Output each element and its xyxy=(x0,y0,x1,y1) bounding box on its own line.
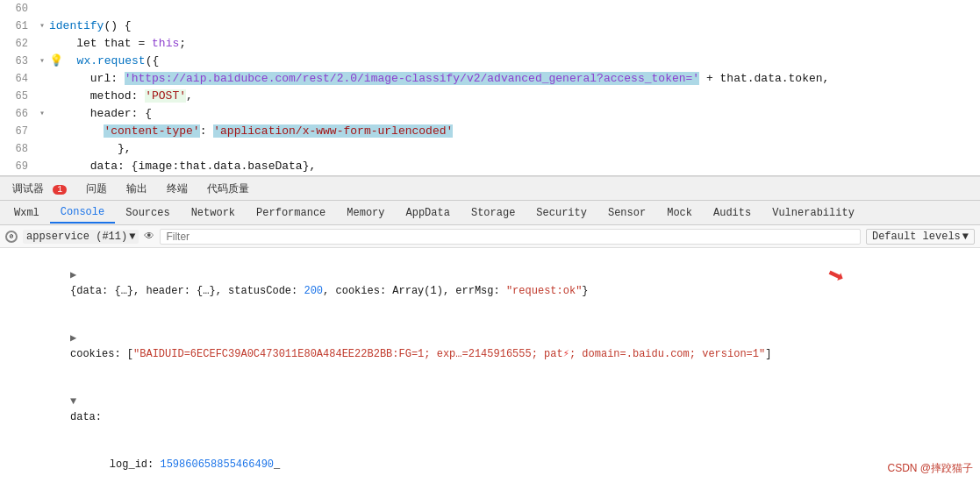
line-num-61: 61 xyxy=(4,18,35,35)
line-num-69: 69 xyxy=(4,158,35,175)
line-num-66: 66 xyxy=(4,105,35,123)
tab-performance[interactable]: Performance xyxy=(246,203,336,223)
levels-arrow-icon: ▼ xyxy=(962,231,969,243)
line-content-62: let that = this; xyxy=(49,35,976,53)
line-content-66: header: { xyxy=(49,105,976,123)
tab-sensor[interactable]: Sensor xyxy=(597,203,656,223)
line-num-65: 65 xyxy=(4,88,35,105)
console-text-4: log_id: 159860658855466490_ xyxy=(84,458,280,471)
debug-tab-bar: 调试器 1 问题 输出 终端 代码质量 xyxy=(0,176,980,201)
console-text-1: {data: {…}, header: {…}, statusCode: xyxy=(70,285,304,297)
expand-arrow-1[interactable]: ▶ xyxy=(70,269,76,281)
line-content-61: identify() { xyxy=(49,18,976,35)
code-line-62: 62 let that = this; xyxy=(0,35,980,53)
tab-sources[interactable]: Sources xyxy=(115,203,180,223)
filter-input[interactable] xyxy=(160,229,861,245)
tab-wxml[interactable]: Wxml xyxy=(4,203,50,223)
code-line-69: 69 data: {image:that.data.baseData}, xyxy=(0,158,980,175)
tab-debugger[interactable]: 调试器 1 xyxy=(4,178,75,200)
tab-terminal[interactable]: 终端 xyxy=(158,178,197,200)
code-line-60: 60 xyxy=(0,0,980,18)
line-num-67: 67 xyxy=(4,123,35,140)
line-num-64: 64 xyxy=(4,70,35,88)
context-dropdown-icon: ▼ xyxy=(129,231,135,243)
line-content-63: wx.request({ xyxy=(63,53,976,70)
code-editor: 60 61 ▾ identify() { 62 let that = this;… xyxy=(0,0,980,176)
line-content-64: url: 'https://aip.baidubce.com/rest/2.0/… xyxy=(49,70,976,88)
tab-vulnerability[interactable]: Vulnerability xyxy=(762,203,865,223)
code-line-63: 63 ▾ 💡 wx.request({ xyxy=(0,53,980,70)
line-num-63: 63 xyxy=(4,53,35,70)
devtools-tabs-container: Wxml Console Sources Network Performance… xyxy=(4,202,976,224)
expand-arrow-2[interactable]: ▶ xyxy=(70,332,76,344)
tab-issues[interactable]: 问题 xyxy=(77,178,116,200)
line-content-69: data: {image:that.data.baseData}, xyxy=(49,158,976,175)
main-container: 60 61 ▾ identify() { 62 let that = this;… xyxy=(0,0,980,483)
line-arrow-66: ▾ xyxy=(35,105,49,123)
line-content-65: method: 'POST', xyxy=(49,88,976,105)
context-selector[interactable]: appservice (#11) ▼ xyxy=(23,230,139,244)
tab-storage[interactable]: Storage xyxy=(461,203,526,223)
tab-mock[interactable]: Mock xyxy=(656,203,703,223)
warning-icon-63: 💡 xyxy=(49,53,63,70)
line-content-67: 'content-type': 'application/x-www-form-… xyxy=(49,123,976,140)
levels-dropdown[interactable]: Default levels ▼ xyxy=(866,229,975,245)
tab-audits[interactable]: Audits xyxy=(703,203,762,223)
debugger-badge: 1 xyxy=(53,185,67,195)
tab-console[interactable]: Console xyxy=(50,202,115,224)
line-num-60: 60 xyxy=(4,0,35,18)
tab-memory[interactable]: Memory xyxy=(336,203,395,223)
code-line-61: 61 ▾ identify() { xyxy=(0,18,980,35)
code-line-67: 67 'content-type': 'application/x-www-fo… xyxy=(0,123,980,140)
line-num-68: 68 xyxy=(4,140,35,158)
levels-label: Default levels xyxy=(872,231,961,243)
line-content-68: }, xyxy=(49,140,976,158)
line-arrow-61: ▾ xyxy=(35,18,49,35)
tab-appdata[interactable]: AppData xyxy=(396,203,461,223)
tab-network[interactable]: Network xyxy=(181,203,246,223)
code-line-68: 68 }, xyxy=(0,140,980,158)
context-label: appservice (#11) xyxy=(26,231,127,243)
tab-security[interactable]: Security xyxy=(526,203,597,223)
code-line-64: 64 url: 'https://aip.baidubce.com/rest/2… xyxy=(0,70,980,88)
expand-arrow-3[interactable]: ▼ xyxy=(70,395,76,408)
console-line-4: log_id: 159860658855466490_ xyxy=(7,441,973,483)
code-line-65: 65 method: 'POST', xyxy=(0,88,980,105)
console-line-3: ▼ data: xyxy=(7,378,973,441)
console-line-2: ▶ cookies: ["BAIDUID=6ECEFC39A0C473011E8… xyxy=(7,315,973,378)
csdn-watermark: CSDN @摔跤猫子 xyxy=(887,461,973,476)
console-text-3: data: xyxy=(70,411,102,423)
console-toolbar: ⊘ appservice (#11) ▼ 👁 Default levels ▼ xyxy=(0,225,980,248)
line-arrow-63: ▾ xyxy=(35,53,49,70)
tab-codequality[interactable]: 代码质量 xyxy=(198,178,258,200)
devtools-tab-bar: Wxml Console Sources Network Performance… xyxy=(0,201,980,225)
line-num-62: 62 xyxy=(4,35,35,53)
eye-icon[interactable]: 👁 xyxy=(144,230,154,243)
console-text-2: cookies: [ xyxy=(70,348,133,360)
code-line-66: 66 ▾ header: { xyxy=(0,105,980,123)
stop-button[interactable]: ⊘ xyxy=(5,231,18,243)
tab-output[interactable]: 输出 xyxy=(118,178,156,200)
